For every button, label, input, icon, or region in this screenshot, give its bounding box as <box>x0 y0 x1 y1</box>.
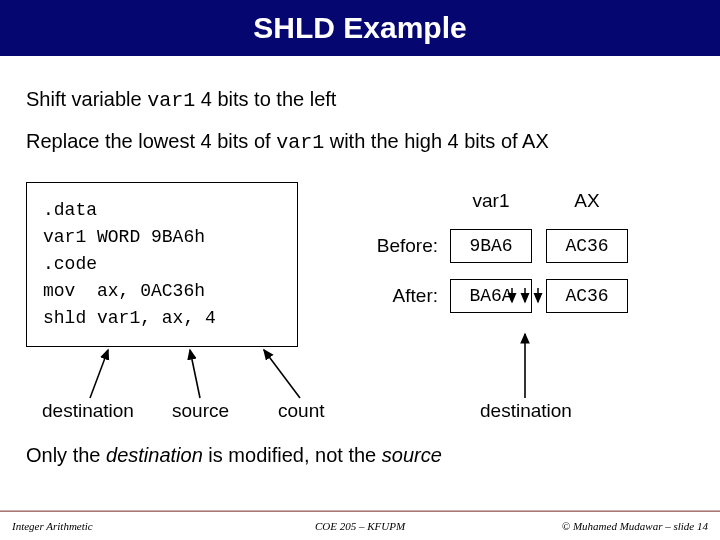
code-inline: var1 <box>276 131 324 154</box>
text: Shift variable <box>26 88 147 110</box>
footer: Integer Arithmetic COE 205 – KFUPM © Muh… <box>0 512 720 540</box>
text: is modified, not the <box>203 444 382 466</box>
annot-source: source <box>172 400 229 422</box>
cell-after-var1: BA6A <box>450 279 532 313</box>
content-area: Shift variable var1 4 bits to the left R… <box>0 56 720 347</box>
col-header-ax: AX <box>574 190 599 212</box>
summary-line: Only the destination is modified, not th… <box>26 444 442 467</box>
code-listing: .data var1 WORD 9BA6h .code mov ax, 0AC3… <box>43 197 281 332</box>
text: Only the <box>26 444 106 466</box>
main-row: .data var1 WORD 9BA6h .code mov ax, 0AC3… <box>26 172 694 347</box>
slide-title: SHLD Example <box>253 11 466 45</box>
annot-count: count <box>278 400 324 422</box>
text: with the high 4 bits of AX <box>324 130 549 152</box>
svg-line-1 <box>190 350 200 398</box>
svg-line-0 <box>90 350 108 398</box>
text: 4 bits to the left <box>195 88 336 110</box>
cell-after-ax: AC36 <box>546 279 628 313</box>
emphasis: destination <box>106 444 203 466</box>
text: Replace the lowest 4 bits of <box>26 130 276 152</box>
svg-line-2 <box>264 350 300 398</box>
footer-left: Integer Arithmetic <box>12 520 93 532</box>
row-label-before: Before: <box>377 235 438 257</box>
desc-line-1: Shift variable var1 4 bits to the left <box>26 88 694 112</box>
desc-line-2: Replace the lowest 4 bits of var1 with t… <box>26 130 694 154</box>
row-label-after: After: <box>393 285 438 307</box>
col-header-var1: var1 <box>473 190 510 212</box>
annot-destination-left: destination <box>42 400 134 422</box>
cell-before-var1: 9BA6 <box>450 229 532 263</box>
value-table: var1 AX Before: 9BA6 AC36 After: BA6A AC… <box>358 186 630 316</box>
annot-destination-right: destination <box>480 400 572 422</box>
title-bar: SHLD Example <box>0 0 720 56</box>
cell-before-ax: AC36 <box>546 229 628 263</box>
footer-right: © Muhamed Mudawar – slide 14 <box>562 520 708 532</box>
code-inline: var1 <box>147 89 195 112</box>
emphasis: source <box>382 444 442 466</box>
code-box: .data var1 WORD 9BA6h .code mov ax, 0AC3… <box>26 182 298 347</box>
